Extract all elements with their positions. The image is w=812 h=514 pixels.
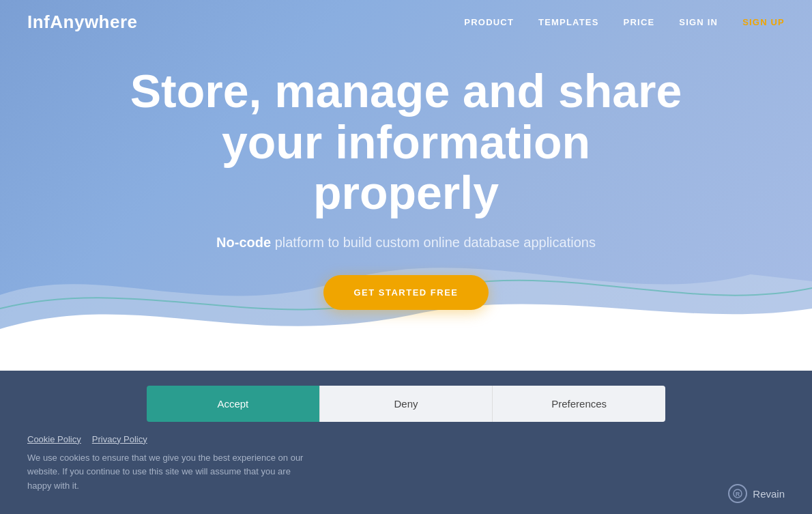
hero-subtitle-bold: No-code <box>216 235 271 250</box>
logo-suffix: Anywhere <box>50 12 137 32</box>
nav-product[interactable]: PRODUCT <box>464 17 514 27</box>
revain-icon: R <box>728 484 747 503</box>
svg-text:R: R <box>736 491 740 498</box>
cookie-links: Cookie Policy Privacy Policy <box>27 434 785 444</box>
privacy-policy-link[interactable]: Privacy Policy <box>92 434 147 444</box>
hero-subtitle-rest: platform to build custom online database… <box>271 235 596 250</box>
hero-content: Store, manage and share your information… <box>126 66 686 310</box>
nav-signup[interactable]: SIGN UP <box>742 17 785 27</box>
preferences-button[interactable]: Preferences <box>492 386 665 422</box>
header: InfAnywhere PRODUCT TEMPLATES PRICE SIGN… <box>0 0 812 44</box>
logo-prefix: Inf <box>27 12 50 32</box>
nav-signin[interactable]: SIGN IN <box>679 17 718 27</box>
nav-templates[interactable]: TEMPLATES <box>538 17 599 27</box>
cookie-policy-link[interactable]: Cookie Policy <box>27 434 81 444</box>
cta-button[interactable]: GET STARTED FREE <box>323 275 488 310</box>
cookie-buttons-container: Accept Deny Preferences <box>147 386 665 422</box>
cookie-text: We use cookies to ensure that we give yo… <box>27 451 314 494</box>
nav-price[interactable]: PRICE <box>624 17 655 27</box>
nav: PRODUCT TEMPLATES PRICE SIGN IN SIGN UP <box>464 17 785 27</box>
hero-subtitle: No-code platform to build custom online … <box>126 235 686 251</box>
cookie-banner: Accept Deny Preferences Cookie Policy Pr… <box>0 371 812 514</box>
accept-button[interactable]: Accept <box>147 386 319 422</box>
logo: InfAnywhere <box>27 12 138 33</box>
revain-badge: R Revain <box>728 484 785 503</box>
hero-section: Store, manage and share your information… <box>0 0 812 362</box>
deny-button[interactable]: Deny <box>319 386 493 422</box>
revain-label: Revain <box>753 488 785 500</box>
hero-title: Store, manage and share your information… <box>126 66 686 218</box>
